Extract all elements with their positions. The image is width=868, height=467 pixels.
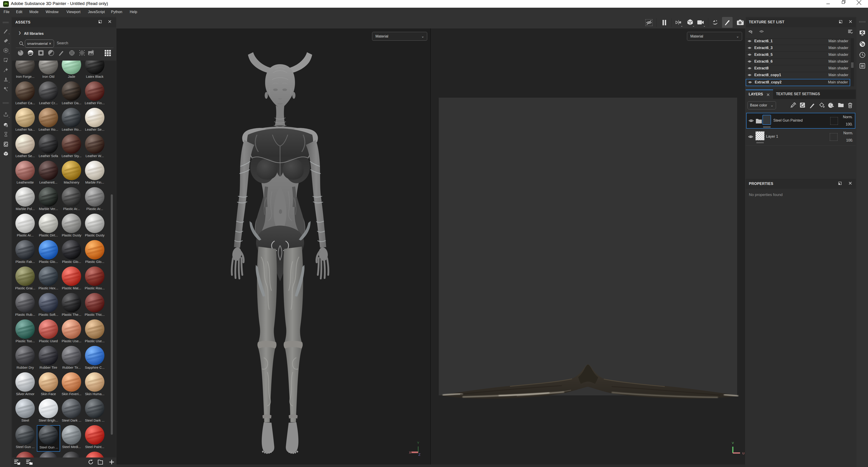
svg-text:U: U	[742, 452, 744, 455]
svg-text:1: 1	[761, 31, 762, 33]
svg-text:V: V	[732, 441, 734, 445]
svg-text:X: X	[409, 450, 411, 454]
svg-text:Y: Y	[417, 441, 419, 445]
svg-text:Z: Z	[418, 453, 421, 456]
